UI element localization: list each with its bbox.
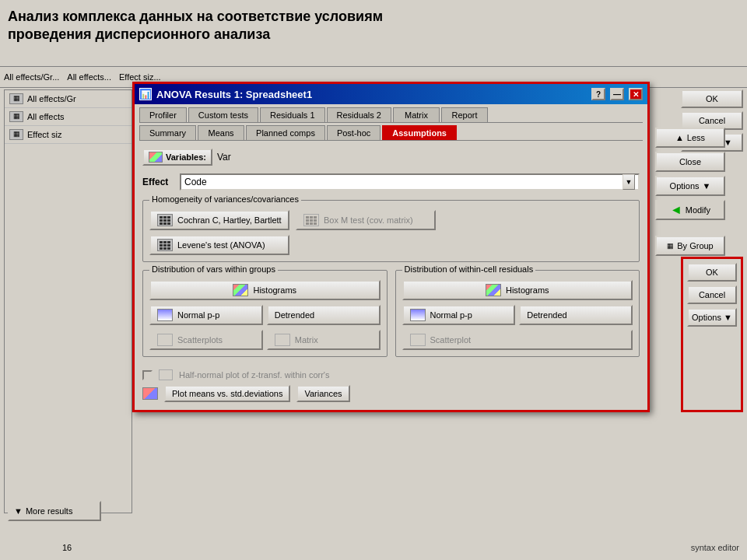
bottom-btn-row-1: Half-normal plot of z-transf. within cor… xyxy=(142,369,640,380)
tab-report[interactable]: Report xyxy=(441,107,488,122)
effect-row: Effect Code ▼ xyxy=(142,173,640,191)
dist-vars-buttons: Histograms Normal p-p Detrended xyxy=(149,280,381,350)
tab-post-hoc[interactable]: Post-hoc xyxy=(327,125,381,140)
dialog-body: Variables: Var Effect Code ▼ Homogeneity… xyxy=(135,141,647,410)
residuals-normal-pp-button[interactable]: Normal p-p xyxy=(402,305,516,325)
homogeneity-row-2: Levene's test (ANOVA) xyxy=(149,235,633,255)
less-button[interactable]: ▲ Less xyxy=(655,128,725,148)
homogeneity-group: Homogeneity of variances/covariances Coc… xyxy=(142,200,640,262)
second-cancel-button[interactable]: Cancel xyxy=(687,285,737,304)
minimize-button[interactable]: — xyxy=(610,88,624,100)
close-button[interactable]: ✕ xyxy=(629,88,643,100)
second-dialog: OK Cancel Options ▼ xyxy=(681,257,743,412)
toolbar-label-1: All effects/Gr... xyxy=(4,72,59,82)
more-results-button[interactable]: ▼ More results xyxy=(8,501,101,521)
toolbar-label-2: All effects... xyxy=(67,72,111,82)
less-icon: ▲ xyxy=(675,133,684,142)
tab-means[interactable]: Means xyxy=(198,125,244,140)
page-number: 16 xyxy=(62,543,72,552)
variables-button[interactable]: Variables: xyxy=(142,149,212,166)
bg-panel-btn-1[interactable]: ▦ All effects/Gr xyxy=(5,90,132,108)
residuals-scatterplot-button[interactable]: Scatterplot xyxy=(402,330,633,350)
residuals-histograms-button[interactable]: Histograms xyxy=(402,280,633,300)
dist-residuals-group: Distribution of within-cell residuals Hi… xyxy=(395,270,640,357)
effect-label: Effect xyxy=(142,177,174,187)
tab-matrix[interactable]: Matrix xyxy=(393,107,440,122)
variables-row: Variables: Var xyxy=(142,149,640,166)
by-group-button[interactable]: ▦ By Group xyxy=(655,236,725,256)
second-ok-button[interactable]: OK xyxy=(687,263,737,282)
tab-assumptions[interactable]: Assumptions xyxy=(382,125,457,140)
bottom-btn-row-2: Plot means vs. std.deviations Variances xyxy=(142,385,640,402)
second-options-button[interactable]: Options ▼ xyxy=(687,308,737,327)
tab-row-1: Profiler Custom tests Residuals 1 Residu… xyxy=(135,104,647,122)
tab-row-2: Summary Means Planned comps Post-hoc Ass… xyxy=(135,123,647,140)
dialog-titlebar: 📊 ANOVA Results 1: Spreadsheet1 ? — ✕ xyxy=(135,84,647,104)
dist-vars-group: Distribution of vars within groups Histo… xyxy=(142,270,388,357)
main-dialog: 📊 ANOVA Results 1: Spreadsheet1 ? — ✕ Pr… xyxy=(132,82,650,412)
homogeneity-title: Homogeneity of variances/covariances xyxy=(149,194,301,204)
syntax-editor-label: syntax editor xyxy=(691,543,739,552)
tab-custom-tests[interactable]: Custom tests xyxy=(188,107,258,122)
app-title: Анализ комплекса данных на соответствие … xyxy=(8,8,739,44)
tab-summary[interactable]: Summary xyxy=(139,125,196,140)
options-button[interactable]: Options ▼ xyxy=(655,176,725,196)
variables-icon xyxy=(149,152,163,163)
two-col-groups: Distribution of vars within groups Histo… xyxy=(142,270,640,365)
tab-profiler[interactable]: Profiler xyxy=(139,107,187,122)
residuals-scatterplot-icon xyxy=(410,334,426,346)
homogeneity-row-1: Cochran C, Hartley, Bartlett Box M test … xyxy=(149,210,633,230)
cochran-icon xyxy=(157,214,173,226)
dist-residuals-title: Distribution of within-cell residuals xyxy=(402,264,536,274)
tab-planned-comps[interactable]: Planned comps xyxy=(246,125,325,140)
effect-value: Code xyxy=(184,177,207,187)
effect-dropdown[interactable]: Code ▼ xyxy=(180,173,640,191)
vars-matrix-icon xyxy=(275,334,290,346)
toolbar-label-3: Effect siz... xyxy=(119,72,161,82)
modify-button[interactable]: ◄ Modify xyxy=(655,200,725,220)
bg-panel-btn-3[interactable]: ▦ Effect siz xyxy=(5,126,132,144)
panel-icon-2: ▦ xyxy=(9,111,23,122)
tab-residuals-2[interactable]: Residuals 2 xyxy=(327,107,391,122)
modify-icon: ◄ xyxy=(670,203,682,217)
vars-normal-pp-button[interactable]: Normal p-p xyxy=(149,305,263,325)
bg-left-panel: ▦ All effects/Gr ▦ All effects ▦ Effect … xyxy=(4,89,132,513)
half-normal-checkbox[interactable] xyxy=(142,370,153,380)
dropdown-arrow[interactable]: ▼ xyxy=(622,174,635,190)
help-button[interactable]: ? xyxy=(591,88,605,100)
close-side-button[interactable]: Close xyxy=(655,152,725,172)
residuals-normal-pp-icon xyxy=(410,309,426,321)
bg-panel-btn-2[interactable]: ▦ All effects xyxy=(5,108,132,126)
plot-means-icon xyxy=(142,387,158,400)
vars-scatterplots-icon xyxy=(157,334,173,346)
plot-means-button[interactable]: Plot means vs. std.deviations xyxy=(164,385,290,402)
variables-label: Variables: xyxy=(166,152,206,162)
vars-normal-pp-icon xyxy=(157,309,173,321)
dialog-icon: 📊 xyxy=(139,88,152,100)
box-m-icon xyxy=(303,214,319,226)
residuals-histograms-icon xyxy=(486,284,501,296)
half-normal-label: Half-normal plot of z-transf. within cor… xyxy=(179,370,329,380)
levene-icon xyxy=(157,239,173,251)
cochran-button[interactable]: Cochran C, Hartley, Bartlett xyxy=(149,210,289,230)
levene-button[interactable]: Levene's test (ANOVA) xyxy=(149,235,289,255)
tab-residuals-1[interactable]: Residuals 1 xyxy=(260,107,324,122)
homogeneity-buttons: Cochran C, Hartley, Bartlett Box M test … xyxy=(149,210,633,255)
dialog-title: ANOVA Results 1: Spreadsheet1 xyxy=(156,89,587,100)
options-arrow: ▼ xyxy=(703,181,711,191)
vars-matrix-button[interactable]: Matrix xyxy=(267,330,381,350)
more-results-icon: ▼ xyxy=(14,506,23,516)
box-m-button[interactable]: Box M test (cov. matrix) xyxy=(296,210,436,230)
panel-icon-1: ▦ xyxy=(9,93,23,104)
dialog-side-buttons: ▲ Less Close Options ▼ ◄ Modify ▦ By Gro… xyxy=(655,128,725,256)
by-group-icon: ▦ xyxy=(667,242,674,250)
variances-button[interactable]: Variances xyxy=(296,385,349,402)
vars-detrended-button[interactable]: Detrended xyxy=(267,305,381,325)
variables-value: Var xyxy=(217,152,231,163)
vars-histograms-button[interactable]: Histograms xyxy=(149,280,381,300)
dist-residuals-buttons: Histograms Normal p-p Detrended xyxy=(402,280,633,350)
panel-icon-3: ▦ xyxy=(9,129,23,140)
vars-scatterplots-button[interactable]: Scatterplots xyxy=(149,330,263,350)
residuals-detrended-button[interactable]: Detrended xyxy=(519,305,633,325)
bg-ok-button[interactable]: OK xyxy=(681,89,743,108)
